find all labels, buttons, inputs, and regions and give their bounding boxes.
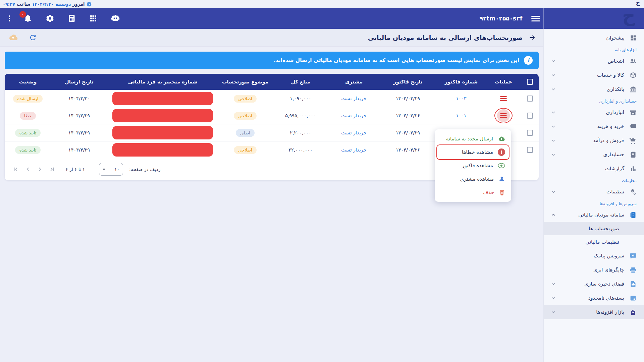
sidebar-item-accounting[interactable]: حسابداری — [544, 147, 644, 162]
row-checkbox[interactable] — [527, 96, 533, 102]
info-banner: i این بخش برای نمایش لیست صورتحساب هایی … — [5, 52, 539, 69]
total-amount: ۱,۰۹۰,۰۰۰ — [272, 96, 329, 101]
sidebar-item-reports[interactable]: گزارشات — [544, 162, 644, 176]
select-all-checkbox[interactable] — [527, 79, 533, 85]
subject-badge: اصلاحی — [234, 112, 256, 120]
row-checkbox[interactable] — [527, 113, 533, 119]
status-badge: تایید شده — [15, 129, 41, 137]
first-page-button[interactable] — [13, 166, 19, 172]
sidebar-item-label: تنظیمات — [556, 189, 624, 195]
bar-chart-icon — [630, 165, 637, 172]
sidebar-subitem-tax-settings[interactable]: تنظیمات مالیاتی — [544, 235, 644, 249]
sidebar-item-label: گزارشات — [551, 166, 625, 172]
sidebar-item-cloud-printers[interactable]: چاپگرهای ابری — [544, 263, 644, 277]
total-amount: ۲۲,۰۰۰,۰۰۰ — [272, 147, 329, 153]
sidebar-item-label: اشخاص — [556, 58, 624, 64]
assistant-robot-icon[interactable] — [111, 14, 120, 23]
sidebar-subitem-invoices[interactable]: صورتحساب ها — [544, 222, 644, 235]
sidebar-item-settings[interactable]: تنظیمات — [544, 185, 644, 199]
sidebar-item-tax-moadian-system[interactable]: سامانه مودیان مالیاتی — [544, 208, 644, 222]
col-tax-unique-no: شماره منحصر به فرد مالیاتی — [107, 79, 218, 84]
notification-badge: ۰ — [19, 11, 26, 18]
cloud-upload-icon — [498, 136, 505, 142]
invoice-number-link[interactable]: ۱۰۰۱ — [456, 113, 466, 118]
app-bar: ح ۹۲tm۰۲۵۵۰s۳f ۰ — [0, 8, 644, 29]
sidebar-item-sales-income[interactable]: فروش و درآمد — [544, 133, 644, 147]
invoice-date: ۱۴۰۴/۰۴/۲۹ — [379, 130, 437, 135]
table-row: ۱۰۰۳ ۱۴۰۴/۰۴/۲۹ خریدار تست ۱,۰۹۰,۰۰۰ اصل… — [5, 90, 539, 107]
sidebar-section-services-addons: سرویس‌ها و افزونه‌ها — [544, 199, 644, 208]
menu-item-view-errors[interactable]: ! مشاهده خطاها — [435, 145, 511, 159]
apps-grid-icon[interactable] — [89, 14, 97, 22]
sidebar-item-label: کالا و خدمات — [556, 72, 624, 78]
sidebar-item-warehousing[interactable]: انبارداری — [544, 105, 644, 119]
datetime-hour-label: ساعت — [17, 2, 30, 7]
workspace-id: ۹۲tm۰۲۵۵۰s۳f — [480, 15, 523, 22]
menu-item-delete[interactable]: حذف — [435, 186, 511, 199]
datetime-date: ۱۴۰۴/۴/۳۰ — [32, 2, 54, 7]
rows-per-page-select[interactable]: ۱۰ — [99, 163, 123, 176]
refresh-icon[interactable] — [29, 34, 37, 42]
row-actions-menu: ارسال مجدد به سامانه ! مشاهده خطاها مشاه… — [435, 129, 511, 202]
sidebar-item-label: بسته‌های نامحدود — [556, 295, 624, 301]
sidebar-item-persons[interactable]: اشخاص — [544, 54, 644, 68]
pagination-range: ۱ تا ۴ از ۴ — [66, 167, 85, 172]
brand-logo-large: ح — [622, 5, 635, 26]
sidebar-item-addons-market[interactable]: بازار افزونه‌ها — [544, 305, 644, 319]
back-arrow-icon[interactable] — [529, 34, 536, 41]
send-date: ۱۴۰۴/۴/۳۰ — [51, 96, 107, 101]
previous-page-button[interactable] — [25, 166, 31, 172]
menu-item-label: مشاهده مشتری — [460, 176, 494, 182]
sidebar-toggle-icon[interactable] — [531, 14, 540, 23]
settings-gear-icon[interactable] — [46, 14, 54, 23]
calculator-icon[interactable] — [68, 14, 76, 22]
cloud-upload-icon[interactable] — [8, 34, 18, 42]
more-options-icon[interactable] — [9, 14, 10, 22]
page-title: صورتحساب‌های ارسالی به سامانه مودیان مال… — [368, 34, 523, 41]
sidebar-item-goods-services[interactable]: کالا و خدمات — [544, 68, 644, 82]
customer-link[interactable]: خریدار تست — [341, 130, 366, 135]
sidebar-item-sms-service[interactable]: سرویس پیامک — [544, 249, 644, 263]
row-checkbox[interactable] — [527, 147, 533, 153]
next-page-button[interactable] — [37, 166, 43, 172]
notifications-bell-icon[interactable]: ۰ — [23, 14, 32, 23]
customer-link[interactable]: خریدار تست — [341, 96, 366, 101]
customer-link[interactable]: خریدار تست — [341, 147, 366, 153]
menu-item-view-invoice[interactable]: مشاهده فاکتور — [435, 159, 511, 172]
sidebar-item-dashboard[interactable]: پیشخوان — [544, 31, 644, 45]
sidebar-item-label: بانکداری — [556, 86, 624, 92]
status-badge: خطا — [20, 112, 36, 120]
last-page-button[interactable] — [49, 166, 55, 172]
menu-item-view-customer[interactable]: مشاهده مشتری — [435, 172, 511, 186]
trash-icon — [499, 189, 505, 196]
row-checkbox[interactable] — [527, 130, 533, 136]
sidebar-item-label: فضای ذخیره سازی — [556, 281, 624, 287]
sidebar-item-unlimited-packages[interactable]: بسته‌های نامحدود — [544, 291, 644, 305]
sidebar-item-label: حسابداری — [556, 152, 624, 158]
subject-badge: اصلی — [236, 129, 255, 137]
sidebar-section-accounting-warehousing: حسابداری و انبارداری — [544, 96, 644, 105]
row-operations-button[interactable] — [500, 96, 507, 102]
rows-per-page-value: ۱۰ — [114, 167, 119, 172]
invoice-number-link[interactable]: ۱۰۰۳ — [456, 96, 466, 101]
tax-unique-number-redacted — [112, 126, 213, 139]
bank-icon — [630, 86, 637, 93]
chevron-down-icon — [551, 124, 556, 129]
sidebar-item-banking[interactable]: بانکداری — [544, 82, 644, 96]
menu-item-resend-to-system[interactable]: ارسال مجدد به سامانه — [435, 132, 511, 145]
customer-link[interactable]: خریدار تست — [341, 113, 366, 118]
cloud-printer-icon — [630, 266, 637, 274]
dashboard-icon — [630, 35, 637, 41]
status-badge: ارسال شده — [13, 95, 43, 103]
sidebar-item-label: فروش و درآمد — [556, 137, 624, 143]
sidebar-item-purchase-expense[interactable]: خرید و هزینه — [544, 119, 644, 133]
tax-unique-number-redacted — [112, 109, 213, 122]
sidebar-item-label: انبارداری — [556, 109, 624, 115]
sidebar-item-storage-space[interactable]: فضای ذخیره سازی — [544, 277, 644, 291]
status-badge: تایید شده — [15, 146, 41, 154]
sms-bubble-icon — [630, 252, 637, 259]
row-operations-button-active[interactable] — [497, 109, 510, 122]
total-amount: ۵,۹۹۵,۰۰۰,۰۰۰ — [272, 113, 329, 118]
info-icon: i — [524, 56, 533, 65]
storage-file-icon — [630, 281, 637, 288]
